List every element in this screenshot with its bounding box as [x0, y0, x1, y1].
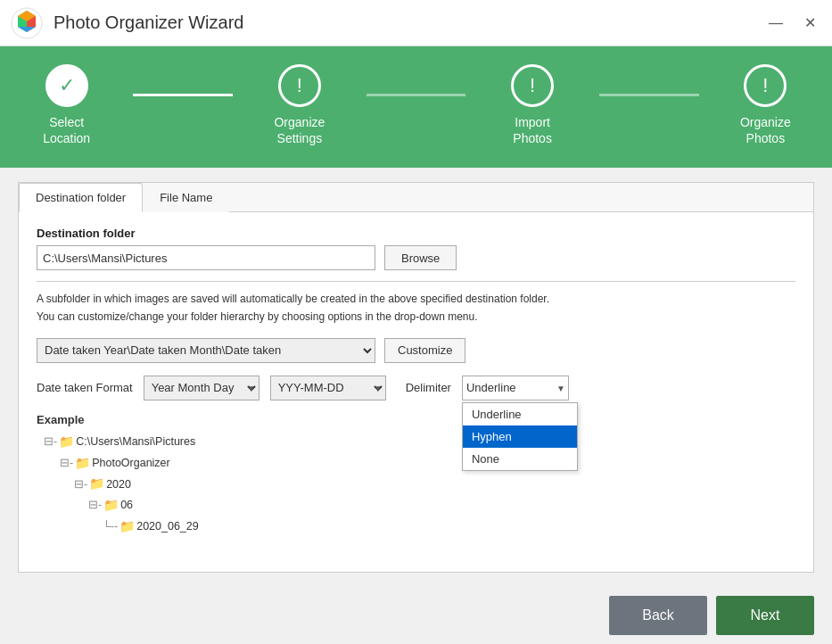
app-logo: [11, 7, 43, 39]
wizard-step-organize-settings: ! OrganizeSettings: [233, 64, 366, 146]
step-circle-organize-settings: !: [278, 64, 321, 107]
connector-2: [367, 94, 466, 96]
tree-node-2: PhotoOrganizer: [92, 454, 170, 473]
tree-row-1: ⊟- 📁 C:\Users\Mansi\Pictures: [44, 432, 795, 453]
tab-destination-folder[interactable]: Destination folder: [19, 183, 143, 212]
tree-prefix-3: ⊟-: [74, 475, 87, 494]
folder-icon-3: 📁: [89, 474, 104, 495]
back-button[interactable]: Back: [609, 596, 707, 635]
tree-row-4: ⊟- 📁 06: [44, 495, 795, 516]
title-bar: Photo Organizer Wizard — ✕: [0, 0, 832, 46]
date-format-select[interactable]: Year Month Day Month Day Year Day Month …: [144, 376, 259, 400]
date-format-select-wrapper: Year Month Day Month Day Year Day Month …: [144, 376, 259, 400]
window-controls: — ✕: [763, 12, 821, 33]
divider-1: [37, 281, 795, 282]
next-button[interactable]: Next: [716, 596, 814, 635]
hierarchy-row: Date taken Year\Date taken Month\Date ta…: [37, 338, 795, 363]
step-label-organize-settings: OrganizeSettings: [274, 114, 325, 146]
app-title: Photo Organizer Wizard: [54, 12, 763, 33]
delimiter-option-none[interactable]: None: [463, 448, 577, 470]
tree-prefix-4: ⊟-: [88, 496, 102, 515]
example-section: Example ⊟- 📁 C:\Users\Mansi\Pictures ⊟- …: [37, 413, 795, 538]
delimiter-label: Delimiter: [406, 381, 451, 394]
close-button[interactable]: ✕: [799, 12, 821, 33]
tree-prefix-1: ⊟-: [44, 433, 57, 451]
step-circle-organize-photos: !: [744, 64, 787, 107]
wizard-step-select-location: ✓ SelectLocation: [0, 64, 133, 146]
destination-folder-label: Destination folder: [37, 227, 795, 240]
connector-1: [133, 94, 233, 96]
step-label-organize-photos: OrganizePhotos: [740, 114, 791, 146]
folder-row: Browse: [37, 245, 795, 270]
date-pattern-select[interactable]: YYY-MM-DD DD-MM-YYYY MM-DD-YYYY: [270, 376, 386, 400]
delimiter-option-underline[interactable]: Underline: [463, 403, 577, 425]
settings-card: Destination folder File Name Destination…: [18, 182, 814, 573]
step-label-import-photos: ImportPhotos: [513, 114, 552, 146]
delimiter-option-hyphen[interactable]: Hyphen: [463, 425, 577, 448]
browse-button[interactable]: Browse: [384, 245, 457, 270]
date-format-label: Date taken Format: [37, 381, 133, 394]
folder-icon-4: 📁: [103, 495, 119, 516]
tree-row-2: ⊟- 📁 PhotoOrganizer: [44, 453, 795, 475]
delimiter-select-wrapper[interactable]: Underline Hyphen None ▼ Underline Hyphen…: [462, 376, 569, 400]
wizard-step-organize-photos: ! OrganizePhotos: [699, 64, 832, 146]
hierarchy-select[interactable]: Date taken Year\Date taken Month\Date ta…: [37, 338, 375, 363]
tree-row-5: └-- 📁 2020_06_29: [44, 516, 795, 538]
card-body: Destination folder Browse A subfolder in…: [19, 212, 813, 572]
main-content: Destination folder File Name Destination…: [0, 168, 832, 587]
tree-node-5: 2020_06_29: [136, 517, 199, 536]
example-label: Example: [37, 413, 795, 426]
folder-icon-2: 📁: [75, 453, 90, 475]
delimiter-dropdown-popup: Underline Hyphen None: [462, 402, 578, 471]
step-circle-import-photos: !: [511, 64, 554, 107]
folder-icon-5: 📁: [119, 516, 135, 538]
bottom-bar: Back Next: [0, 587, 832, 644]
minimize-button[interactable]: —: [763, 12, 788, 33]
tree-node-3: 2020: [106, 475, 131, 494]
tree-prefix-2: ⊟-: [60, 454, 73, 473]
customize-button[interactable]: Customize: [384, 338, 465, 363]
tab-bar: Destination folder File Name: [19, 183, 813, 212]
tree-prefix-5: └--: [103, 517, 118, 536]
tree-row-3: ⊟- 📁 2020: [44, 474, 795, 495]
delimiter-select[interactable]: Underline Hyphen None: [462, 376, 569, 400]
step-label-select-location: SelectLocation: [43, 114, 90, 146]
format-row: Date taken Format Year Month Day Month D…: [37, 376, 795, 400]
info-text: A subfolder in which images are saved wi…: [37, 291, 795, 325]
connector-3: [599, 94, 699, 96]
folder-icon-1: 📁: [59, 432, 74, 453]
tree-node-4: 06: [120, 496, 133, 515]
folder-tree: ⊟- 📁 C:\Users\Mansi\Pictures ⊟- 📁 PhotoO…: [37, 432, 795, 538]
folder-path-input[interactable]: [37, 245, 375, 270]
wizard-header: ✓ SelectLocation ! OrganizeSettings ! Im…: [0, 46, 832, 168]
step-circle-select-location: ✓: [45, 64, 88, 107]
tree-node-1: C:\Users\Mansi\Pictures: [76, 433, 195, 451]
tab-file-name[interactable]: File Name: [143, 183, 229, 212]
wizard-step-import-photos: ! ImportPhotos: [465, 64, 598, 146]
date-pattern-select-wrapper: YYY-MM-DD DD-MM-YYYY MM-DD-YYYY ▼: [270, 376, 386, 400]
